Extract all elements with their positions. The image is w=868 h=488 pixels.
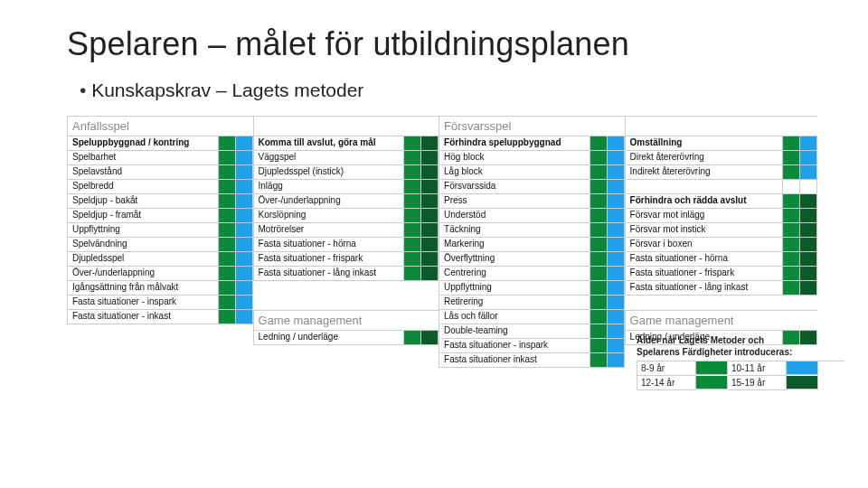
- section-footer-header: Game management: [253, 310, 439, 331]
- row-label: Speldjup - bakåt: [68, 194, 219, 208]
- color-swatch: [236, 180, 253, 193]
- color-swatch: [236, 310, 253, 324]
- row-label: Förhindra speluppbyggnad: [439, 136, 590, 150]
- color-swatch: [608, 353, 625, 367]
- row-label: Fasta situationer - inkast: [68, 310, 219, 324]
- color-swatch: [608, 281, 625, 295]
- color-swatch: [404, 267, 421, 280]
- table-row: Över-/underlappning: [67, 267, 253, 281]
- color-swatch: [608, 223, 625, 237]
- color-swatch: [236, 209, 253, 222]
- table-row: Inlägg: [253, 180, 439, 194]
- row-label: Press: [439, 194, 590, 208]
- color-swatch: [219, 310, 236, 324]
- table-row: Komma till avslut, göra mål: [253, 136, 439, 151]
- row-label: Låg block: [439, 165, 590, 179]
- table-row: Överflyttning: [439, 252, 625, 267]
- row-label: Försvar i boxen: [626, 238, 783, 251]
- color-swatch: [219, 165, 236, 179]
- color-swatch: [590, 353, 608, 367]
- color-swatch: [608, 209, 625, 222]
- row-label: Inlägg: [254, 180, 405, 193]
- table-row: Spelvändning: [67, 238, 253, 252]
- table-row: Retirering: [439, 296, 625, 310]
- row-label: Fasta situationer - hörna: [254, 238, 405, 251]
- table-row: Över-/underlappning: [253, 194, 439, 209]
- color-swatch: [219, 252, 236, 266]
- table-row: Fasta situationer - hörna: [253, 238, 439, 252]
- row-label: Spelvändning: [68, 238, 219, 251]
- color-swatch: [421, 136, 439, 150]
- legend-label: 15-19 år: [728, 376, 787, 390]
- color-swatch: [404, 165, 421, 179]
- color-swatch: [236, 238, 253, 251]
- legend-grid: 8-9 år10-11 år12-14 år15-19 år: [637, 361, 844, 390]
- color-swatch: [800, 136, 817, 150]
- color-swatch: [236, 281, 253, 295]
- table-row: Uppflyttning: [439, 281, 625, 296]
- row-label: Fasta situationer - frispark: [254, 252, 405, 266]
- row-label: Komma till avslut, göra mål: [254, 136, 405, 150]
- color-swatch: [404, 331, 421, 344]
- row-label: Täckning: [439, 223, 590, 237]
- legend-swatch: [787, 376, 818, 389]
- color-swatch: [800, 223, 817, 237]
- row-label: Fasta situationer - frispark: [626, 267, 783, 280]
- table-row: Speldjup - bakåt: [67, 194, 253, 209]
- row-label: Fasta situationer inkast: [439, 353, 590, 367]
- color-swatch: [404, 194, 421, 208]
- row-label: Direkt återerövring: [626, 151, 783, 164]
- table-row: Fasta situationer - frispark: [625, 267, 817, 281]
- table-row: Försvar mot inlägg: [625, 209, 817, 223]
- color-swatch: [590, 324, 608, 338]
- legend-row: 12-14 år15-19 år: [637, 376, 844, 390]
- color-swatch: [800, 209, 817, 222]
- row-label: Speldjup - framåt: [68, 209, 219, 222]
- row-label: Uppflyttning: [439, 281, 590, 295]
- row-label: Försvarssida: [439, 180, 590, 193]
- section-header: [253, 116, 439, 136]
- table-row: Ledning / underläge: [253, 331, 439, 345]
- color-swatch: [783, 252, 800, 266]
- row-label: Spelavstånd: [68, 165, 219, 179]
- table-row: Väggspel: [253, 151, 439, 165]
- legend-label: 10-11 år: [728, 361, 787, 376]
- color-swatch: [590, 339, 608, 352]
- table-row: Låg block: [439, 165, 625, 180]
- color-swatch: [800, 281, 817, 295]
- color-swatch: [236, 165, 253, 179]
- color-swatch: [590, 151, 608, 164]
- row-label: Motrörelser: [254, 223, 405, 237]
- table-row: Indirekt återerövring: [625, 165, 817, 180]
- color-swatch: [219, 180, 236, 193]
- table-row: Lås och fällor: [439, 310, 625, 324]
- color-swatch: [590, 223, 608, 237]
- row-label: Igångsättning från målvakt: [68, 281, 219, 295]
- table-row: Spelbredd: [67, 180, 253, 194]
- row-label: Väggspel: [254, 151, 405, 164]
- row-label: Spelbredd: [68, 180, 219, 193]
- table-row: Försvarssida: [439, 180, 625, 194]
- legend-title: Ålder när Lagets Metoder och Spelarens F…: [637, 335, 844, 358]
- legend-label: 8-9 år: [637, 361, 696, 376]
- legend: Ålder när Lagets Metoder och Spelarens F…: [637, 335, 844, 390]
- row-label: Djupledsspel: [68, 252, 219, 266]
- color-swatch: [404, 238, 421, 251]
- color-swatch: [783, 281, 800, 295]
- color-swatch: [236, 296, 253, 309]
- color-swatch: [421, 180, 439, 193]
- column: OmställningDirekt återerövringIndirekt å…: [625, 116, 817, 368]
- color-swatch: [608, 238, 625, 251]
- row-label: Fasta situationer - inspark: [439, 339, 590, 352]
- row-label: Lås och fällor: [439, 310, 590, 324]
- row-label: Fasta situationer - inspark: [68, 296, 219, 309]
- column: FörsvarsspelFörhindra speluppbyggnadHög …: [439, 116, 625, 368]
- color-swatch: [421, 194, 439, 208]
- row-label: Retirering: [439, 296, 590, 309]
- row-label: Indirekt återerövring: [626, 165, 783, 179]
- legend-title-line2: Spelarens Färdigheter introduceras:: [637, 347, 792, 357]
- table-row: Igångsättning från målvakt: [67, 281, 253, 296]
- legend-label: 12-14 år: [637, 376, 696, 390]
- row-label: Ledning / underläge: [254, 331, 405, 344]
- table-row: Fasta situationer inkast: [439, 353, 625, 368]
